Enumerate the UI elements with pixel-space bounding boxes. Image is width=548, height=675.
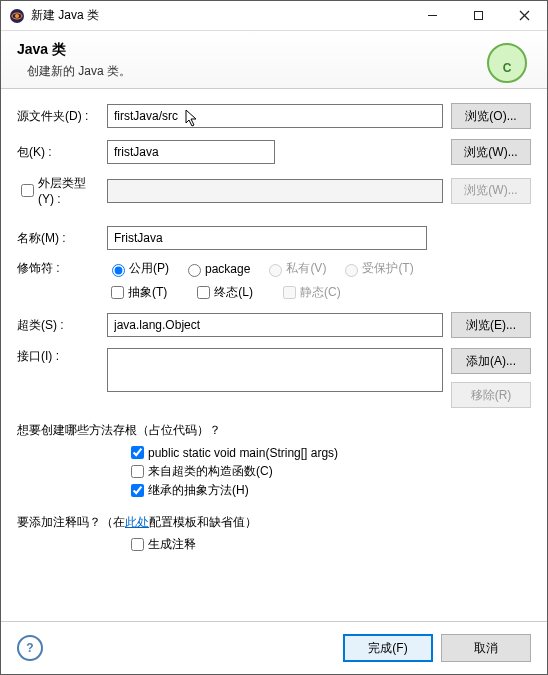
stub-inherited-abstract-checkbox[interactable]: 继承的抽象方法(H) [127, 481, 249, 500]
modifier-final-checkbox[interactable]: 终态(L) [193, 283, 253, 302]
configure-templates-link[interactable]: 此处 [125, 515, 149, 529]
titlebar: 新建 Java 类 [1, 1, 547, 31]
browse-package-button[interactable]: 浏览(W)... [451, 139, 531, 165]
modifier-public-radio[interactable]: 公用(P) [107, 260, 169, 277]
stub-super-constructors-checkbox[interactable]: 来自超类的构造函数(C) [127, 462, 273, 481]
help-button[interactable]: ? [17, 635, 43, 661]
stub-main-checkbox[interactable]: public static void main(String[] args) [127, 443, 338, 462]
cancel-button[interactable]: 取消 [441, 634, 531, 662]
browse-source-button[interactable]: 浏览(O)... [451, 103, 531, 129]
stubs-question: 想要创建哪些方法存根（占位代码）？ [17, 422, 531, 439]
remove-interface-button: 移除(R) [451, 382, 531, 408]
svg-rect-4 [474, 12, 482, 20]
superclass-input[interactable] [107, 313, 443, 337]
dialog-title: Java 类 [17, 41, 531, 59]
window-title: 新建 Java 类 [31, 7, 409, 24]
class-icon: C [485, 41, 529, 88]
maximize-button[interactable] [455, 1, 501, 31]
superclass-label: 超类(S) : [17, 317, 107, 334]
enclosing-type-input [107, 179, 443, 203]
minimize-button[interactable] [409, 1, 455, 31]
modifier-protected-radio: 受保护(T) [340, 260, 413, 277]
modifier-abstract-checkbox[interactable]: 抽象(T) [107, 283, 167, 302]
source-folder-input[interactable] [107, 104, 443, 128]
svg-text:C: C [503, 61, 512, 75]
comments-question: 要添加注释吗？（在此处配置模板和缺省值） [17, 514, 531, 531]
name-input[interactable] [107, 226, 427, 250]
package-label: 包(K) : [17, 144, 107, 161]
dialog-header: Java 类 创建新的 Java 类。 C [1, 31, 547, 89]
browse-enclosing-button: 浏览(W)... [451, 178, 531, 204]
modifier-package-radio[interactable]: package [183, 260, 250, 277]
generate-comments-checkbox[interactable]: 生成注释 [127, 535, 196, 554]
add-interface-button[interactable]: 添加(A)... [451, 348, 531, 374]
dialog-subtitle: 创建新的 Java 类。 [17, 63, 531, 80]
eclipse-icon [9, 8, 25, 24]
modifier-private-radio: 私有(V) [264, 260, 326, 277]
enclosing-type-label: 外层类型(Y) : [38, 175, 95, 206]
finish-button[interactable]: 完成(F) [343, 634, 433, 662]
interfaces-listbox[interactable] [107, 348, 443, 392]
close-button[interactable] [501, 1, 547, 31]
interfaces-label: 接口(I) : [17, 348, 107, 365]
browse-superclass-button[interactable]: 浏览(E)... [451, 312, 531, 338]
package-input[interactable] [107, 140, 275, 164]
svg-point-2 [15, 14, 19, 18]
source-folder-label: 源文件夹(D) : [17, 108, 107, 125]
help-icon: ? [26, 641, 33, 655]
modifiers-label: 修饰符 : [17, 260, 107, 277]
enclosing-type-checkbox[interactable]: 外层类型(Y) : [17, 175, 95, 206]
name-label: 名称(M) : [17, 230, 107, 247]
modifier-static-checkbox: 静态(C) [279, 283, 341, 302]
